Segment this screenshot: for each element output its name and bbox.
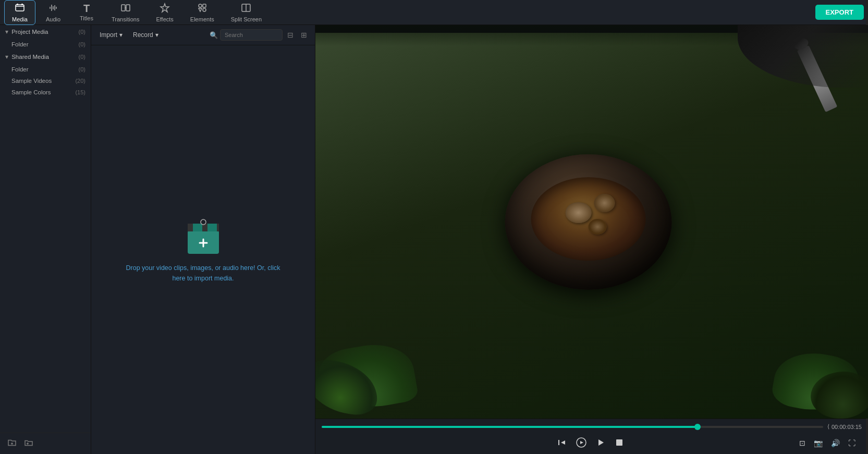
svg-rect-1 [17,4,18,5]
svg-rect-4 [126,5,130,11]
record-label: Record [133,31,153,39]
svg-rect-11 [188,224,193,231]
tab-splitscreen-label: Split Screen [231,16,262,22]
splitscreen-icon [241,3,251,15]
food-item3 [589,219,607,235]
playback-buttons [555,432,626,454]
record-chevron-icon: ▾ [155,31,158,39]
play-pause-button[interactable] [574,435,589,450]
elements-icon [197,3,207,15]
sidebar-bottom [0,433,91,454]
sidebar-item-sample-videos[interactable]: Sample Videos (20) [0,75,91,87]
timecode-display: 00:00:03:15 [832,424,862,430]
grid-view-button[interactable]: ⊞ [298,30,310,40]
export-button[interactable]: EXPORT [815,5,864,20]
play-button[interactable] [594,436,607,449]
preview-video [315,25,868,419]
tab-audio[interactable]: Audio [38,1,69,24]
stop-button[interactable] [613,436,626,449]
progress-bar-wrap: ⟨ 00:00:03:15 [322,419,862,432]
media-icon [15,3,25,15]
search-area: 🔍 ⊟ ⊞ [210,29,310,41]
bowl [505,154,672,290]
sidebar-item-project-media[interactable]: ▾ Project Media (0) [0,25,91,39]
video-frame [315,25,868,419]
sidebar-item-folder2[interactable]: Folder (0) [0,64,91,75]
effects-icon [160,3,170,15]
sidebar: ▾ Project Media (0) Folder (0) ▾ Shared … [0,25,91,454]
import-button[interactable]: Import ▾ [96,29,126,41]
add-subfolder-button[interactable] [22,437,35,450]
screenshot-button[interactable]: 📷 [812,437,825,449]
tab-elements-label: Elements [190,16,214,22]
preview-right-tools: ⊡ 📷 🔊 ⛶ [797,437,862,449]
svg-rect-18 [616,439,622,446]
media-drop-area[interactable]: Drop your video clips, images, or audio … [91,45,315,454]
step-back-button[interactable] [555,436,569,449]
tab-elements[interactable]: Elements [183,1,222,24]
tab-media-label: Media [12,16,28,22]
tab-effects-label: Effects [156,16,173,22]
svg-rect-2 [21,4,23,5]
tab-media[interactable]: Media [4,0,35,25]
svg-rect-0 [16,5,24,11]
media-toolbar: Import ▾ Record ▾ 🔍 ⊟ ⊞ [91,25,315,45]
food-item1 [566,202,592,223]
filter-button[interactable]: ⊟ [285,30,296,40]
shared-media-count: (0) [79,54,85,60]
preview-panel: ⟨ 00:00:03:15 [315,25,868,454]
drop-text-line2: here to import media. [126,273,280,284]
svg-rect-14 [210,224,215,231]
project-media-label: Project Media [11,29,48,35]
sidebar-item-folder1[interactable]: Folder (0) [0,39,91,50]
shared-media-label: Shared Media [11,54,49,60]
preview-controls: ⟨ 00:00:03:15 [315,419,868,454]
tab-transitions[interactable]: Transitions [104,1,146,24]
tab-splitscreen[interactable]: Split Screen [224,1,269,24]
svg-rect-6 [203,4,206,7]
drop-text-line1: Drop your video clips, images, or audio … [126,263,280,273]
volume-button[interactable]: 🔊 [829,437,842,449]
search-icon: 🔍 [210,31,218,39]
transitions-icon [120,3,131,15]
add-folder-button[interactable] [5,437,19,450]
project-media-count: (0) [79,29,85,35]
tab-titles-label: Titles [80,15,93,21]
progress-thumb[interactable] [694,424,701,430]
food [531,177,646,261]
progress-track[interactable] [322,426,823,428]
record-button[interactable]: Record ▾ [130,29,162,41]
import-label: Import [100,31,117,39]
timecode-area: ⟨ 00:00:03:15 [827,423,862,430]
drop-text[interactable]: Drop your video clips, images, or audio … [126,263,280,284]
tab-effects[interactable]: Effects [149,1,180,24]
svg-rect-15 [217,224,219,231]
fullscreen-button[interactable]: ⛶ [846,437,858,449]
svg-rect-12 [195,224,200,231]
tab-transitions-label: Transitions [112,16,139,22]
search-input[interactable] [220,29,283,41]
sidebar-item-shared-media[interactable]: ▾ Shared Media (0) [0,50,91,64]
titles-icon: T [83,3,90,14]
tab-audio-label: Audio [46,16,60,22]
clapper-icon [182,216,224,257]
svg-rect-3 [121,5,125,11]
progress-fill [322,426,698,428]
food-item2 [594,194,615,212]
svg-point-5 [199,4,202,7]
svg-rect-7 [203,8,206,11]
audio-icon [48,3,58,15]
main-layout: ▾ Project Media (0) Folder (0) ▾ Shared … [0,25,868,454]
time-bracket-left: ⟨ [827,423,829,430]
screen-fit-button[interactable]: ⊡ [797,437,808,449]
import-chevron-icon: ▾ [119,31,123,39]
hand-overlay [738,25,868,88]
sidebar-item-sample-colors[interactable]: Sample Colors (15) [0,87,91,98]
tab-titles[interactable]: T Titles [71,1,102,23]
media-panel: Import ▾ Record ▾ 🔍 ⊟ ⊞ [91,25,315,454]
top-toolbar: Media Audio T Titles Transitions Effect [0,0,868,25]
playback-row: ⊡ 📷 🔊 ⛶ [322,432,862,454]
